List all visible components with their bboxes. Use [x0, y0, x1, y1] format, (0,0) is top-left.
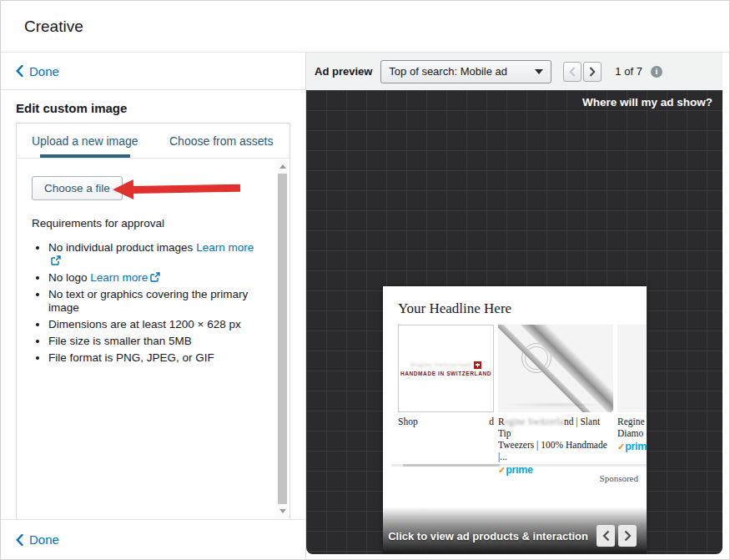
external-link-icon — [150, 272, 160, 282]
scrollbar-thumb[interactable] — [278, 174, 287, 504]
placement-dropdown-value: Top of search: Mobile ad — [389, 65, 507, 78]
requirements-heading: Requirements for approval — [32, 217, 259, 230]
product3-title-line1: Regine — [617, 416, 647, 427]
tab-bar: Upload a new image Choose from assets — [17, 124, 289, 159]
mockup-footer-label: Click to view ad products & interaction — [388, 530, 588, 542]
page-title: Creative — [24, 18, 83, 36]
requirement-item: Dimensions are at least 1200 × 628 px — [48, 318, 259, 331]
done-bar-bottom: Done — [1, 519, 305, 559]
truncated-text: d — [489, 416, 494, 476]
learn-more-link[interactable]: Learn more — [90, 271, 160, 284]
tab-upload-label: Upload a new image — [32, 134, 138, 148]
blurred-title-segment: egine Switzerla — [505, 416, 564, 426]
external-link-icon — [51, 255, 61, 265]
product-image-tile[interactable] — [498, 325, 613, 412]
tab-choose-from-assets[interactable]: Choose from assets — [154, 124, 290, 158]
shop-label: Shop — [398, 416, 418, 476]
choose-file-button[interactable]: Choose a file — [32, 176, 123, 200]
ad-preview-panel: Ad preview Top of search: Mobile ad 1 of… — [306, 53, 729, 559]
upload-card: Upload a new image Choose from assets Ch… — [16, 123, 290, 519]
done-bar-top: Done — [1, 53, 305, 90]
next-preview-button[interactable] — [583, 62, 602, 82]
product3-caption[interactable]: Regine Diamo ✓prime — [617, 416, 647, 476]
scrollbar-up-icon[interactable] — [276, 160, 289, 173]
chevron-down-icon — [535, 69, 543, 74]
ad-preview-header: Ad preview Top of search: Mobile ad 1 of… — [306, 53, 722, 90]
tab-upload-new-image[interactable]: Upload a new image — [17, 124, 154, 158]
edit-panel: Done Edit custom image Upload a new imag… — [1, 53, 306, 559]
brand-tagline: Handmade in Switzerland — [400, 371, 491, 376]
preview-page-indicator: 1 of 7 — [615, 65, 642, 78]
requirements-list: No individual product images Learn more … — [32, 241, 259, 365]
done-label: Done — [29, 64, 59, 78]
product-caption-row: Shop d Regine Switzerland | Slant Tip Tw… — [398, 416, 647, 476]
tweezers-image — [509, 325, 613, 412]
done-link-top[interactable]: Done — [16, 64, 59, 78]
upload-tab-content: Choose a file Requirements for approval … — [17, 159, 289, 519]
requirement-text: File format is PNG, JPEG, or GIF — [48, 351, 214, 364]
prime-check-icon: ✓ — [617, 441, 625, 452]
requirement-item: No logo Learn more — [48, 271, 259, 285]
arrow-head — [113, 179, 133, 199]
preview-canvas: Where will my ad show? Your Headline Her… — [306, 90, 722, 554]
section-title: Edit custom image — [16, 101, 290, 115]
prime-badge: prime — [625, 441, 647, 452]
chevron-left-icon — [602, 530, 610, 542]
previous-preview-button[interactable] — [563, 62, 581, 82]
requirement-text: No logo — [48, 271, 88, 284]
requirement-item: No individual product images Learn more — [48, 241, 259, 268]
brand-logo-tile[interactable]: Regine Switzerland Handmade in Switzerla… — [398, 325, 494, 412]
chevron-left-icon — [16, 534, 23, 546]
requirement-text: File size is smaller than 5MB — [48, 335, 192, 347]
product2-caption[interactable]: Regine Switzerland | Slant Tip Tweezers … — [498, 416, 613, 476]
chevron-right-icon — [624, 530, 632, 542]
info-icon[interactable]: i — [651, 66, 662, 78]
requirement-item: No text or graphics covering the primary… — [48, 288, 259, 315]
chevron-left-icon — [569, 67, 576, 77]
product-image-row: Regine Switzerland Handmade in Switzerla… — [398, 325, 647, 414]
scrollbar-down-icon[interactable] — [276, 505, 289, 517]
panel-scrollbar[interactable] — [276, 159, 289, 518]
sponsored-label: Sponsored — [600, 473, 638, 483]
mockup-next-button[interactable] — [618, 525, 637, 547]
requirement-text: Dimensions are at least 1200 × 628 px — [48, 318, 241, 330]
product3-title-line2: Diamo — [617, 427, 647, 439]
carousel-scroll-track — [391, 464, 647, 467]
requirement-item: File size is smaller than 5MB — [48, 335, 259, 348]
mobile-ad-mockup[interactable]: Your Headline Here Regine Switzerland Ha… — [383, 286, 647, 553]
page-header: Creative — [1, 1, 729, 53]
mockup-prev-button[interactable] — [597, 525, 615, 547]
edit-custom-image-section: Edit custom image Upload a new image Cho… — [1, 90, 305, 519]
blurred-brand-name: Regine Switzerland — [410, 361, 471, 368]
mockup-footer-overlay: Click to view ad products & interaction — [383, 507, 647, 553]
product2-title-line2: Tweezers | 100% Handmade |... — [498, 439, 613, 462]
tab-assets-label: Choose from assets — [169, 134, 274, 148]
choose-file-row: Choose a file — [32, 176, 259, 201]
carousel-scroll-thumb[interactable] — [403, 464, 500, 467]
red-annotation-arrow-icon — [113, 178, 240, 200]
swiss-flag-icon — [474, 361, 481, 369]
ad-headline: Your Headline Here — [398, 300, 511, 317]
requirement-text: No individual product images — [48, 241, 193, 254]
chevron-left-icon — [16, 65, 23, 77]
creative-page: Creative Done Edit custom image Upload a… — [0, 0, 730, 560]
requirement-item: File format is PNG, JPEG, or GIF — [48, 351, 259, 365]
product-image-tile-clipped[interactable] — [617, 325, 647, 412]
ad-preview-label: Ad preview — [315, 65, 372, 78]
done-label: Done — [29, 532, 59, 547]
done-link-bottom[interactable]: Done — [16, 532, 59, 547]
image-shadow — [505, 402, 607, 407]
arrow-shaft — [133, 184, 240, 193]
requirement-text: No text or graphics covering the primary… — [48, 288, 248, 314]
brand-tile-caption[interactable]: Shop d — [398, 416, 494, 476]
canvas-hint-text: Where will my ad show? — [582, 96, 712, 108]
chevron-right-icon — [589, 67, 596, 77]
placement-dropdown[interactable]: Top of search: Mobile ad — [380, 60, 551, 83]
